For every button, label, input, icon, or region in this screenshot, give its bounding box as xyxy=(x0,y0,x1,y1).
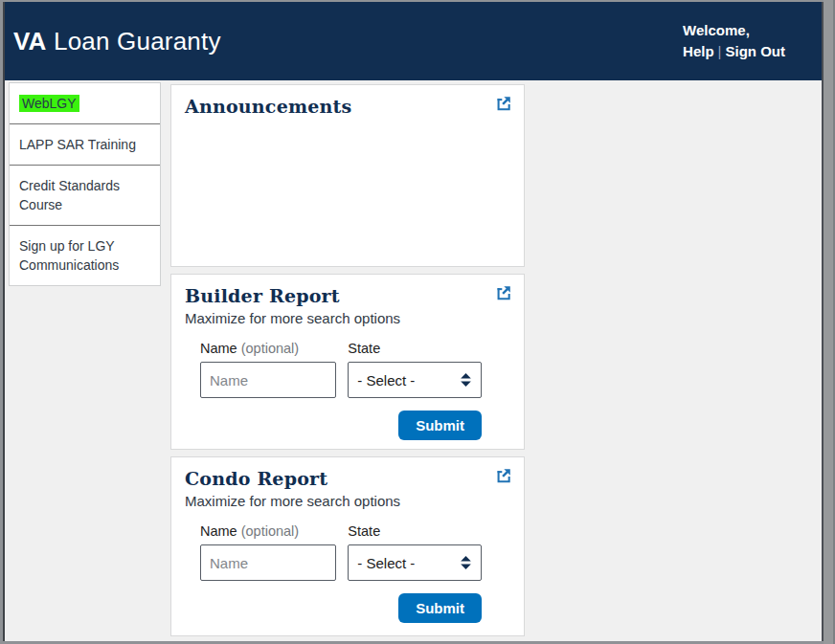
app-window: VA Loan Guaranty Welcome, Help|Sign Out … xyxy=(3,2,824,641)
condo-name-label: Name (optional) xyxy=(200,523,336,539)
builder-state-select[interactable]: - Select - xyxy=(348,362,482,398)
optional-hint: (optional) xyxy=(241,341,299,356)
external-link-icon[interactable] xyxy=(494,467,512,485)
up-down-arrows-icon xyxy=(460,555,472,570)
sidebar-item-lgy-communications[interactable]: Sign up for LGY Communications xyxy=(10,225,160,285)
builder-state-select-value: - Select - xyxy=(357,372,460,389)
main-layout: WebLGY LAPP SAR Training Credit Standard… xyxy=(5,80,822,641)
condo-state-select-value: - Select - xyxy=(357,555,460,571)
up-down-arrows-icon xyxy=(460,372,472,388)
builder-name-input[interactable] xyxy=(200,362,336,398)
condo-state-field-wrap: - Select - xyxy=(348,544,482,581)
condo-report-title: Condo Report xyxy=(185,468,510,489)
announcements-title: Announcements xyxy=(185,96,510,117)
weblgy-highlight: WebLGY xyxy=(19,95,79,112)
sidebar-nav: WebLGY LAPP SAR Training Credit Standard… xyxy=(9,82,161,286)
welcome-text: Welcome, xyxy=(683,20,785,41)
condo-name-field-wrap xyxy=(200,544,336,581)
app-title[interactable]: VA Loan Guaranty xyxy=(13,27,221,56)
cards-column: Announcements Builder Report xyxy=(170,84,525,641)
app-title-rest: Loan Guaranty xyxy=(54,27,221,56)
builder-labels-row: Name (optional) State xyxy=(200,341,482,362)
announcements-card: Announcements xyxy=(170,84,525,267)
builder-report-card: Builder Report Maximize for more search … xyxy=(170,274,525,450)
condo-state-select[interactable]: - Select - xyxy=(348,544,482,581)
external-link-icon[interactable] xyxy=(494,95,512,113)
optional-hint: (optional) xyxy=(241,523,299,539)
builder-submit-button[interactable]: Submit xyxy=(398,411,482,440)
builder-maximize-hint: Maximize for more search options xyxy=(185,310,510,326)
builder-inputs-row: - Select - xyxy=(200,362,482,398)
builder-search-form: Name (optional) State - Select - xyxy=(200,341,482,440)
condo-state-label: State xyxy=(348,523,482,539)
scrollbar-track[interactable] xyxy=(824,0,835,644)
user-area: Welcome, Help|Sign Out xyxy=(683,20,802,62)
link-separator: | xyxy=(714,43,726,59)
condo-inputs-row: - Select - xyxy=(200,544,482,581)
sidebar-item-lapp-sar-training[interactable]: LAPP SAR Training xyxy=(10,123,160,165)
builder-name-field-wrap xyxy=(200,362,336,398)
sign-out-link[interactable]: Sign Out xyxy=(726,43,786,59)
builder-submit-row: Submit xyxy=(200,411,482,440)
condo-labels-row: Name (optional) State xyxy=(200,523,482,544)
condo-maximize-hint: Maximize for more search options xyxy=(185,493,510,509)
header-links: Help|Sign Out xyxy=(683,41,785,62)
builder-name-label: Name (optional) xyxy=(200,341,336,356)
app-title-va: VA xyxy=(13,27,47,56)
condo-submit-row: Submit xyxy=(200,593,482,623)
condo-name-input[interactable] xyxy=(200,544,336,581)
condo-submit-button[interactable]: Submit xyxy=(398,593,482,623)
builder-report-title: Builder Report xyxy=(185,285,510,306)
sidebar-item-weblgy[interactable]: WebLGY xyxy=(10,83,160,123)
builder-state-label: State xyxy=(348,341,482,356)
sidebar-item-credit-standards-course[interactable]: Credit Standards Course xyxy=(10,165,160,225)
external-link-icon[interactable] xyxy=(494,284,512,302)
condo-report-card: Condo Report Maximize for more search op… xyxy=(170,456,525,636)
builder-state-field-wrap: - Select - xyxy=(348,362,482,398)
condo-search-form: Name (optional) State - Select - xyxy=(200,523,482,623)
help-link[interactable]: Help xyxy=(683,43,714,59)
app-header: VA Loan Guaranty Welcome, Help|Sign Out xyxy=(5,2,822,80)
